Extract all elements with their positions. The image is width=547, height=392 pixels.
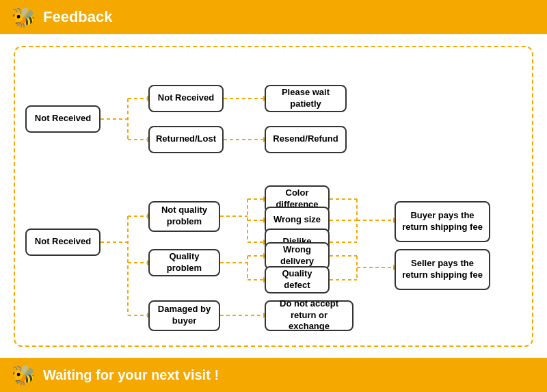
main-content: Not Received Not Received Returned/Lost … (0, 34, 547, 358)
box-seller-pays: Seller pays the return shipping fee (395, 249, 490, 290)
box-not-received-right: Not Received (148, 85, 224, 112)
header: 🐝 Feedback (0, 0, 547, 34)
bee-icon-footer: 🐝 (10, 362, 36, 388)
box-quality-defect: Quality defect (265, 266, 330, 293)
header-title: Feedback (43, 8, 113, 26)
box-buyer-pays: Buyer pays the return shipping fee (395, 201, 490, 242)
diagram-container: Not Received Not Received Returned/Lost … (14, 46, 533, 347)
box-not-quality-problem: Not quality problem (148, 201, 220, 232)
box-returned-lost: Returned/Lost (148, 126, 224, 153)
footer-title: Waiting for your next visit ! (43, 367, 219, 383)
footer: 🐝 Waiting for your next visit ! (0, 358, 547, 392)
box-wrong-delivery: Wrong delivery (265, 242, 330, 270)
box-resend-refund: Resend/Refund (265, 126, 347, 153)
box-quality-problem: Quality problem (148, 249, 220, 276)
box-not-received-top: Not Received (25, 105, 101, 133)
box-please-wait: Please wait patietly (265, 85, 347, 112)
box-not-received-bottom: Not Received (25, 228, 101, 256)
box-damaged-by-buyer: Damaged by buyer (148, 300, 220, 331)
box-do-not-accept: Do not accept return or exchange (265, 300, 353, 331)
bee-icon-header: 🐝 (10, 4, 36, 30)
